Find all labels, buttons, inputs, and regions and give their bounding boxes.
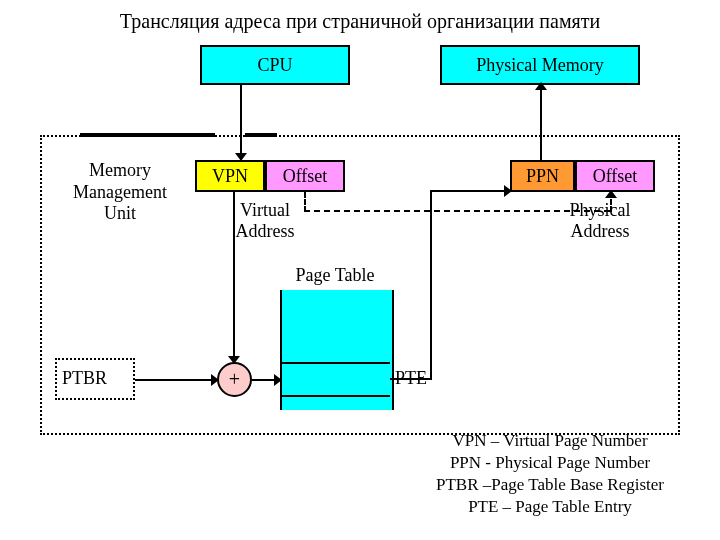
ptbr-label: PTBR — [62, 368, 107, 389]
arrowhead-icon — [535, 82, 547, 90]
legend-ptbr: PTBR –Page Table Base Register — [400, 474, 700, 496]
legend-pte: PTE – Page Table Entry — [400, 496, 700, 518]
virtual-address-label: Virtual Address — [215, 200, 315, 242]
arrow-ppn-to-pmem — [540, 85, 542, 160]
vpn-box: VPN — [195, 160, 265, 192]
arrow-pte-to-ppn — [390, 378, 432, 380]
arrowhead-icon — [211, 374, 219, 386]
arrowhead-icon — [504, 185, 512, 197]
arrow-vpn-to-adder — [233, 192, 235, 362]
pte-row — [280, 362, 390, 397]
arrowhead-icon — [605, 190, 617, 198]
arrow-offset-copy — [304, 192, 306, 212]
ppn-box: PPN — [510, 160, 575, 192]
legend-vpn: VPN – Virtual Page Number — [400, 430, 700, 452]
arrowhead-icon — [274, 374, 282, 386]
page-table-label: Page Table — [280, 265, 390, 286]
arrow-cpu-to-vpn — [240, 85, 242, 160]
physical-address-label: Physical Address — [550, 200, 650, 242]
arrowhead-icon — [228, 356, 240, 364]
arrow-offset-copy — [304, 210, 610, 212]
arrow-pte-to-ppn — [430, 192, 432, 380]
arrowhead-icon — [235, 153, 247, 161]
legend-block: VPN – Virtual Page Number PPN - Physical… — [400, 430, 700, 518]
mmu-edge-segment — [80, 133, 215, 137]
mmu-label: Memory Management Unit — [55, 160, 185, 225]
adder-circle: + — [217, 362, 252, 397]
virtual-offset-box: Offset — [265, 160, 345, 192]
cpu-box: CPU — [200, 45, 350, 85]
physical-offset-box: Offset — [575, 160, 655, 192]
mmu-edge-segment — [245, 133, 277, 137]
arrow-pte-to-ppn — [430, 190, 512, 192]
physical-memory-box: Physical Memory — [440, 45, 640, 85]
arrow-ptbr-to-adder — [135, 379, 217, 381]
diagram-title: Трансляция адреса при страничной организ… — [0, 10, 720, 33]
legend-ppn: PPN - Physical Page Number — [400, 452, 700, 474]
